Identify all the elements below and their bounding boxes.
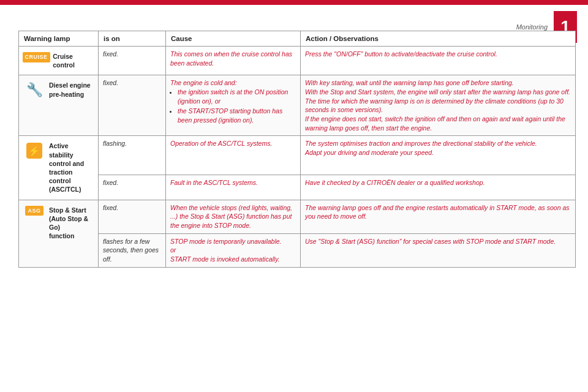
action-stability-1: The system optimises traction and improv… <box>301 136 576 175</box>
warning-name-diesel: Diesel enginepre-heating <box>49 81 91 98</box>
header-bar <box>0 0 588 5</box>
action-stability-2: Have it checked by a CITROËN dealer or a… <box>301 175 576 200</box>
cause-diesel: The engine is cold and: the ignition swi… <box>166 75 301 136</box>
icon-area-stability: ⚡ <box>23 141 45 160</box>
table-row: ⚡ Active stabilitycontrol andtraction co… <box>19 136 576 175</box>
ison-stability-2: fixed. <box>99 175 166 200</box>
table-row: 🔧 Diesel enginepre-heating fixed. The en… <box>19 75 576 136</box>
table-row: fixed. Fault in the ASC/TCL systems. Hav… <box>19 175 576 200</box>
col-header-cause: Cause <box>166 31 301 47</box>
cause-asg-2: STOP mode is temporarily unavailable.orS… <box>166 233 301 267</box>
table-row: ASG Stop & Start(Auto Stop & Go)function… <box>19 200 576 233</box>
svg-text:⚡: ⚡ <box>28 145 40 157</box>
warning-cell-diesel: 🔧 Diesel enginepre-heating <box>19 75 99 136</box>
ison-asg-1: fixed. <box>99 200 166 233</box>
cause-stability-1: Operation of the ASC/TCL systems. <box>166 136 301 175</box>
ison-cruise: fixed. <box>99 47 166 75</box>
col-header-ison: is on <box>99 31 166 47</box>
cause-asg-1: When the vehicle stops (red lights, wait… <box>166 200 301 233</box>
list-item: the ignition switch is at the ON positio… <box>178 88 296 105</box>
table-row: flashes for a few seconds, then goes off… <box>19 233 576 267</box>
icon-area-diesel: 🔧 <box>23 81 45 100</box>
col-header-warning: Warning lamp <box>19 31 99 47</box>
ison-diesel: fixed. <box>99 75 166 136</box>
warning-name-asg: Stop & Start(Auto Stop & Go)function <box>49 206 94 241</box>
ison-asg-2: flashes for a few seconds, then goes off… <box>99 233 166 267</box>
stability-icon: ⚡ <box>25 141 43 160</box>
ison-stability-1: flashing. <box>99 136 166 175</box>
section-label: Monitoring <box>516 23 548 31</box>
cruise-badge: CRUISE <box>23 52 50 62</box>
asg-badge: ASG <box>25 206 43 216</box>
col-header-action: Action / Observations <box>301 31 576 47</box>
icon-area-asg: ASG <box>23 206 45 216</box>
warning-cell-cruise: CRUISE Cruise control <box>19 47 99 75</box>
action-asg-1: The warning lamp goes off and the engine… <box>301 200 576 233</box>
cause-list-diesel: the ignition switch is at the ON positio… <box>178 88 296 125</box>
table-wrapper: Warning lamp is on Cause Action / Observ… <box>18 31 576 380</box>
warning-table: Warning lamp is on Cause Action / Observ… <box>18 31 576 268</box>
action-asg-2: Use "Stop & Start (ASG) function" for sp… <box>301 233 576 267</box>
warning-name-cruise: Cruise control <box>53 52 94 69</box>
warning-cell-stability: ⚡ Active stabilitycontrol andtraction co… <box>19 136 99 200</box>
action-cruise: Press the "ON/OFF" button to activate/de… <box>301 47 576 75</box>
table-row: CRUISE Cruise control fixed. This comes … <box>19 47 576 75</box>
cause-stability-2: Fault in the ASC/TCL systems. <box>166 175 301 200</box>
action-diesel: With key starting, wait until the warnin… <box>301 75 576 136</box>
list-item: the START/STOP starting button has been … <box>178 107 296 124</box>
icon-area-cruise: CRUISE <box>23 52 49 62</box>
warning-cell-asg: ASG Stop & Start(Auto Stop & Go)function <box>19 200 99 267</box>
cause-cruise: This comes on when the cruise control ha… <box>166 47 301 75</box>
diesel-icon: 🔧 <box>26 81 43 100</box>
warning-name-stability: Active stabilitycontrol andtraction cont… <box>49 141 94 194</box>
page-container: Monitoring 1 Warning lamp is on Cause Ac… <box>0 0 588 392</box>
